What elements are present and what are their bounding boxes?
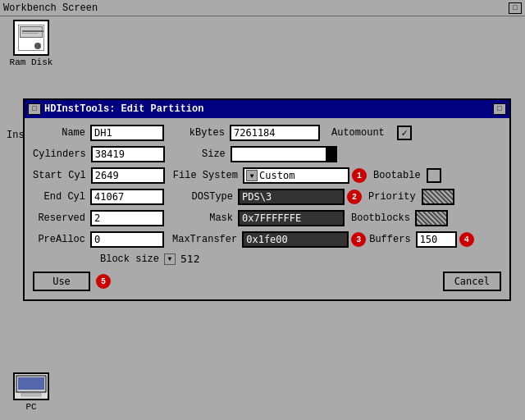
size-label: Size — [181, 148, 231, 160]
ram-disk-label: Ram Disk — [10, 57, 53, 67]
svg-rect-0 — [22, 30, 43, 32]
floppy-label-strip — [20, 26, 43, 38]
workbench-titlebar: Workbench Screen □ — [0, 0, 525, 16]
dostype-label: DOSType — [172, 191, 238, 203]
name-input[interactable] — [90, 125, 164, 141]
use-button[interactable]: Use — [33, 272, 90, 291]
end-cyl-input[interactable] — [90, 189, 164, 205]
row-cylinders-size: Cylinders Size — [33, 146, 501, 162]
max-transfer-label: MaxTransfer — [172, 234, 242, 245]
svg-rect-3 — [18, 377, 44, 390]
svg-rect-1 — [22, 33, 39, 34]
name-label: Name — [33, 127, 90, 139]
reserved-input[interactable] — [90, 210, 164, 226]
edit-partition-dialog: □ HDInstTools: Edit Partition □ Name kBy… — [23, 98, 511, 301]
max-transfer-input[interactable] — [242, 231, 349, 248]
prealloc-label: PreAlloc — [33, 234, 90, 245]
reserved-label: Reserved — [33, 212, 90, 224]
ins-label: Ins — [7, 130, 25, 141]
dialog-titlebar: □ HDInstTools: Edit Partition □ — [25, 100, 509, 118]
file-system-value: Custom — [259, 170, 294, 181]
block-size-label: Block size — [98, 253, 164, 265]
badge-5: 5 — [96, 274, 111, 289]
desktop: Ram Disk Ins PC □ HDInstTools: Edit Part… — [0, 16, 525, 420]
pc-label: PC — [25, 402, 36, 412]
pc-image — [13, 372, 49, 400]
prealloc-input[interactable] — [90, 231, 164, 248]
dostype-input[interactable] — [238, 189, 345, 205]
badge-4: 4 — [459, 232, 474, 247]
dialog-close-btn[interactable]: □ — [28, 103, 41, 115]
bootblocks-label: Bootblocks — [351, 212, 415, 224]
end-cyl-label: End Cyl — [33, 191, 90, 203]
cylinders-input[interactable] — [91, 146, 165, 162]
bootable-checkbox[interactable] — [427, 168, 441, 183]
svg-rect-4 — [21, 393, 41, 396]
row-endcyl-dostype: End Cyl DOSType 2 Priority — [33, 189, 501, 205]
dialog-title: HDInstTools: Edit Partition — [44, 103, 203, 115]
block-size-arrow-icon: ▼ — [164, 253, 176, 265]
pc-icon[interactable]: PC — [7, 372, 56, 412]
row-reserved-mask: Reserved Mask Bootblocks — [33, 210, 501, 226]
dialog-zoom-btn[interactable]: □ — [493, 103, 506, 115]
buffers-label: Buffers — [369, 234, 415, 245]
workbench-close-btn[interactable]: □ — [509, 2, 522, 14]
floppy-hole — [34, 43, 41, 49]
dialog-titlebar-left: □ HDInstTools: Edit Partition — [28, 103, 203, 115]
cancel-button[interactable]: Cancel — [443, 272, 501, 291]
start-cyl-label: Start Cyl — [33, 170, 91, 181]
row-prealloc-maxtransfer: PreAlloc MaxTransfer 3 Buffers 4 — [33, 231, 501, 248]
ram-disk-image — [13, 20, 49, 56]
badge-2: 2 — [347, 189, 362, 204]
bootable-label: Bootable — [373, 170, 427, 181]
ram-disk-icon[interactable]: Ram Disk — [7, 20, 56, 67]
badge-3: 3 — [351, 232, 366, 247]
row-startcyl-filesystem: Start Cyl File System ▼ Custom 1 Bootabl… — [33, 167, 501, 184]
file-system-dropdown[interactable]: ▼ Custom — [243, 167, 349, 184]
row-blocksize: Block size ▼ 512 — [33, 253, 501, 265]
badge-1: 1 — [352, 168, 367, 183]
start-cyl-input[interactable] — [91, 167, 165, 184]
bootblocks-value — [415, 210, 448, 226]
dialog-body: Name kBytes Automount Cylinders Size Sta… — [25, 118, 509, 299]
mask-label: Mask — [172, 212, 238, 224]
row-name-kbytes: Name kBytes Automount — [33, 125, 501, 141]
buffers-input[interactable] — [416, 231, 457, 248]
file-system-label: File System — [173, 170, 243, 181]
mask-input[interactable] — [238, 210, 345, 226]
block-size-value: 512 — [180, 253, 199, 265]
priority-value — [422, 189, 454, 205]
kbytes-input[interactable] — [230, 125, 320, 141]
cylinders-label: Cylinders — [33, 148, 91, 160]
priority-label: Priority — [368, 191, 422, 203]
automount-label: Automount — [331, 127, 397, 139]
size-bar-fill — [326, 148, 336, 161]
workbench-title: Workbench Screen — [3, 2, 98, 14]
kbytes-label: kBytes — [180, 127, 230, 139]
buttons-row: Use 5 Cancel — [33, 272, 501, 291]
automount-checkbox[interactable] — [397, 126, 412, 140]
dropdown-arrow-icon: ▼ — [246, 170, 258, 181]
size-bar — [231, 146, 337, 162]
